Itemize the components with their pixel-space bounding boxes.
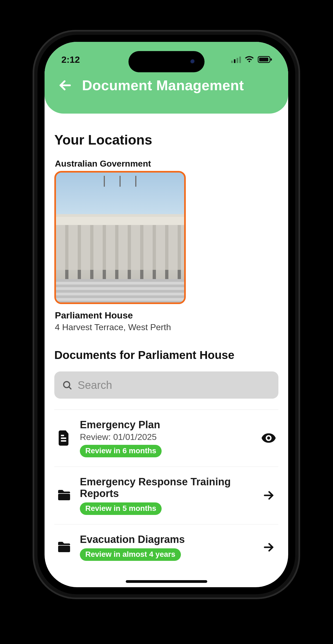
open-button[interactable]: [260, 489, 277, 501]
status-indicators: [231, 56, 272, 63]
location-address: 4 Harvest Terrace, West Perth: [55, 322, 186, 332]
folder-icon: [55, 489, 73, 501]
arrow-left-icon: [58, 78, 72, 92]
cellular-icon: [231, 56, 241, 63]
document-row[interactable]: Emergency Response Training Reports Revi…: [54, 467, 278, 524]
folder-icon: [55, 541, 73, 553]
svg-rect-10: [61, 437, 66, 439]
document-row[interactable]: Emergency Plan Review: 01/01/2025 Review…: [54, 409, 278, 467]
review-pill: Review in 5 months: [80, 502, 162, 515]
file-icon: [55, 430, 73, 446]
svg-rect-2: [237, 58, 238, 63]
svg-line-9: [69, 387, 71, 389]
eye-icon: [262, 433, 276, 443]
svg-rect-11: [61, 440, 66, 442]
svg-point-13: [267, 437, 270, 440]
location-name: Parliament House: [55, 310, 186, 321]
view-button[interactable]: [260, 433, 277, 443]
search-field[interactable]: [54, 371, 278, 399]
svg-rect-3: [239, 57, 241, 63]
svg-rect-0: [231, 61, 233, 63]
search-input[interactable]: [78, 379, 271, 391]
review-pill: Review in almost 4 years: [80, 548, 181, 561]
status-time: 2:12: [61, 54, 80, 65]
svg-rect-16: [58, 546, 70, 552]
svg-rect-12: [61, 435, 64, 436]
svg-rect-6: [271, 58, 272, 61]
arrow-right-icon: [263, 489, 275, 501]
search-icon: [62, 380, 72, 390]
location-image: [54, 171, 186, 304]
page-title: Document Management: [82, 77, 244, 93]
arrow-right-icon: [263, 541, 275, 553]
open-button[interactable]: [260, 541, 277, 553]
document-list: Emergency Plan Review: 01/01/2025 Review…: [54, 409, 278, 570]
svg-rect-5: [259, 58, 268, 61]
battery-icon: [258, 56, 272, 63]
document-row[interactable]: Evacuation Diagrams Review in almost 4 y…: [54, 524, 278, 570]
location-org: Australian Government: [55, 159, 186, 169]
svg-rect-1: [234, 59, 235, 63]
document-subtitle: Review: 01/01/2025: [80, 432, 253, 442]
svg-rect-14: [58, 494, 70, 500]
review-pill: Review in 6 months: [80, 445, 162, 457]
home-indicator[interactable]: [126, 580, 207, 583]
dynamic-island: [128, 51, 205, 72]
location-card[interactable]: Australian Government Parliament House 4…: [54, 159, 186, 332]
documents-heading: Documents for Parliament House: [54, 349, 278, 362]
document-title: Evacuation Diagrams: [80, 534, 253, 546]
wifi-icon: [245, 56, 254, 63]
locations-heading: Your Locations: [54, 132, 278, 148]
document-title: Emergency Plan: [80, 419, 253, 431]
back-button[interactable]: [56, 76, 74, 95]
document-title: Emergency Response Training Reports: [80, 476, 253, 500]
phone-frame: 2:12 Document Management: [33, 30, 300, 599]
screen: 2:12 Document Management: [45, 42, 288, 587]
content: Your Locations Australian Government Par…: [45, 114, 288, 570]
